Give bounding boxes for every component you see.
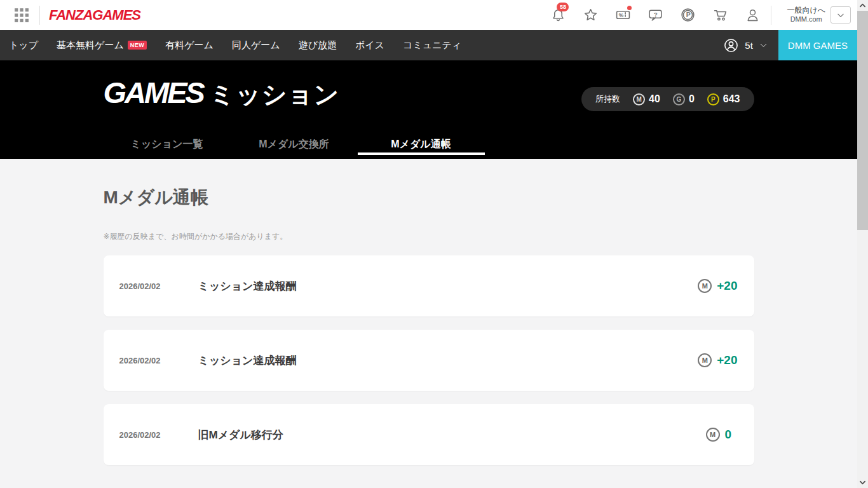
content-area: Mメダル通帳 ※履歴の反映まで、お時間がかかる場合があります。 2026/02/… [0, 159, 857, 488]
chevron-down-icon [836, 11, 845, 20]
mission-tabs: ミッション一覧 Mメダル交換所 Mメダル通帳 [104, 130, 485, 159]
m-medal-icon: M [633, 93, 645, 105]
entry-title: ミッション達成報酬 [198, 279, 297, 294]
favorites-star-icon[interactable] [581, 5, 600, 25]
user-name: 5t [745, 40, 753, 51]
divider [771, 6, 771, 25]
cart-icon[interactable] [710, 5, 729, 25]
nav-item-top[interactable]: トップ [9, 39, 38, 51]
fanza-games-logo[interactable]: FANZAGAMES [49, 7, 140, 24]
history-note: ※履歴の反映まで、お時間がかかる場合があります。 [104, 231, 754, 242]
new-badge: NEW [128, 41, 147, 50]
nav-item-voice[interactable]: ボイス [355, 39, 384, 51]
apps-grid-icon[interactable] [11, 5, 31, 25]
scrollbar-thumb[interactable] [857, 11, 868, 230]
user-menu[interactable]: 5t [723, 37, 768, 53]
mission-title-text: ミッション [210, 78, 340, 112]
nav-item-free-games[interactable]: 基本無料ゲーム NEW [57, 39, 147, 51]
notifications-bell-icon[interactable]: 58 [548, 5, 567, 25]
m-medal-icon: M [706, 428, 720, 442]
nav-item-community[interactable]: コミュニティ [403, 39, 461, 51]
main-nav: トップ 基本無料ゲーム NEW 有料ゲーム 同人ゲーム 遊び放題 ボイス コミュ… [0, 30, 857, 60]
help-icon[interactable]: ? [646, 5, 665, 25]
entry-title: ミッション達成報酬 [198, 353, 297, 368]
general-site-link[interactable]: 一般向けへ DMM.com [787, 6, 825, 24]
g-value: 0 [689, 93, 695, 105]
general-site-label: 一般向けへ [787, 6, 825, 15]
tab-medal-passbook[interactable]: Mメダル通帳 [358, 130, 485, 159]
entry-date: 2026/02/02 [119, 281, 183, 291]
point-balance: P 643 [707, 93, 740, 105]
m-medal-icon: M [698, 353, 712, 367]
svg-text:?: ? [654, 11, 658, 18]
svg-text:%: % [619, 12, 624, 18]
nav-item-doujin-games[interactable]: 同人ゲーム [232, 39, 280, 51]
point-icon: P [707, 93, 719, 105]
nav-item-play-unlimited[interactable]: 遊び放題 [299, 39, 337, 51]
dmm-games-button[interactable]: DMM GAMES [778, 30, 857, 60]
wallet-label: 所持数 [595, 93, 620, 105]
medal-history-row: 2026/02/02 旧Mメダル移行分 M 0 [104, 404, 754, 465]
coupon-icon[interactable]: % [613, 5, 632, 25]
chevron-down-icon [759, 41, 768, 50]
g-coin-icon: G [673, 93, 685, 105]
medal-history-row: 2026/02/02 ミッション達成報酬 M +20 [104, 330, 754, 391]
notification-badge: 58 [557, 3, 569, 11]
dmm-com-label: DMM.com [787, 15, 825, 24]
coupon-alert-dot [627, 6, 632, 10]
entry-amount: +20 [717, 353, 737, 367]
user-circle-icon [723, 37, 739, 53]
medal-history-row: 2026/02/02 ミッション達成報酬 M +20 [104, 255, 754, 316]
nav-item-paid-games[interactable]: 有料ゲーム [165, 39, 214, 51]
vertical-scrollbar[interactable] [857, 0, 868, 488]
m-medal-icon: M [698, 279, 712, 293]
page-logo-title: GAMES ミッション [104, 75, 340, 112]
entry-date: 2026/02/02 [119, 356, 183, 365]
entry-title: 旧Mメダル移行分 [198, 428, 283, 442]
page: FANZAGAMES 58 % ? P 一般向けへ DMM.com [0, 0, 857, 488]
tab-mission-list[interactable]: ミッション一覧 [104, 130, 231, 159]
wallet-balance-pill: 所持数 M 40 G 0 P 643 [581, 87, 754, 111]
games-logo-text: GAMES [104, 75, 203, 110]
site-switch-dropdown[interactable] [831, 6, 851, 24]
scrollbar-down-arrow[interactable] [857, 477, 868, 488]
page-title: Mメダル通帳 [104, 186, 754, 210]
g-balance: G 0 [673, 93, 695, 105]
entry-amount: 0 [725, 428, 738, 442]
point-value: 643 [723, 93, 740, 105]
entry-amount: +20 [717, 279, 737, 293]
m-medal-value: 40 [649, 93, 660, 105]
medal-balance: M 40 [633, 93, 660, 105]
svg-text:P: P [686, 11, 691, 18]
entry-date: 2026/02/02 [119, 430, 183, 440]
points-icon[interactable]: P [678, 5, 697, 25]
tab-medal-exchange[interactable]: Mメダル交換所 [231, 130, 358, 159]
account-person-icon[interactable] [743, 5, 762, 25]
divider [39, 6, 40, 25]
scrollbar-up-arrow[interactable] [857, 0, 868, 11]
top-bar: FANZAGAMES 58 % ? P 一般向けへ DMM.com [0, 0, 857, 30]
hero-section: GAMES ミッション 所持数 M 40 G 0 P 643 ミッシ [0, 60, 857, 159]
